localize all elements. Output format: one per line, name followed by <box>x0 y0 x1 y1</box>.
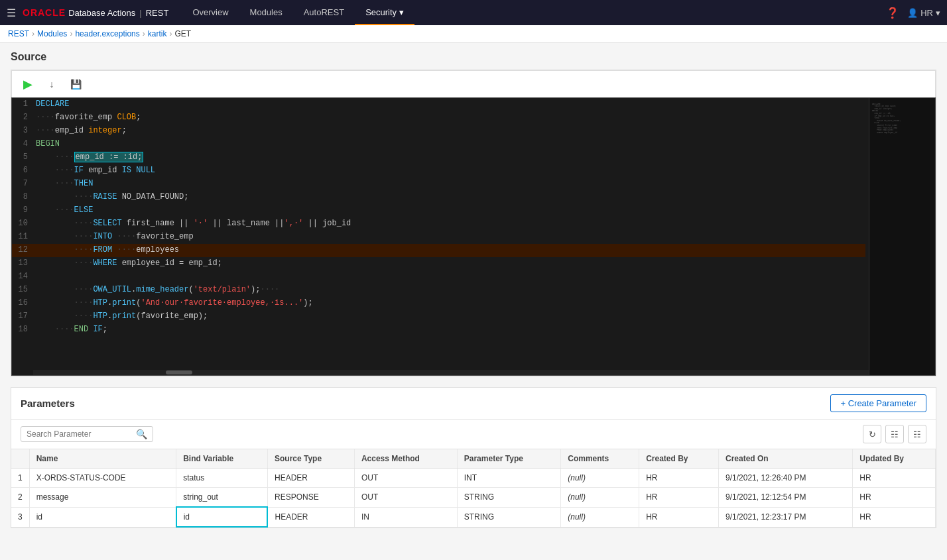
download-icon: ↓ <box>50 79 54 89</box>
table-cell: (null) <box>561 507 639 527</box>
download-button[interactable]: ↓ <box>42 75 61 93</box>
table-cell: HR <box>639 469 719 488</box>
refresh-button[interactable]: ↻ <box>863 425 881 443</box>
create-parameter-button[interactable]: + Create Parameter <box>830 394 926 412</box>
code-line-17: 17 ····HTP.print(favorite_emp); <box>12 310 865 323</box>
col-name[interactable]: Name <box>29 449 176 469</box>
parameters-header: Parameters + Create Parameter <box>11 388 936 420</box>
table-cell: string_out <box>176 488 268 508</box>
code-line-11: 11 ····INTO ····favorite_emp <box>12 231 865 244</box>
breadcrumb-rest[interactable]: REST <box>8 29 29 38</box>
table-cell: id <box>29 507 176 527</box>
code-line-5: 5 ····emp_id := :id; <box>12 151 865 164</box>
code-line-13: 13 ····WHERE employee_id = emp_id; <box>12 257 865 270</box>
nav-item-autorest[interactable]: AutoREST <box>293 0 355 25</box>
code-line-10: 10 ····SELECT first_name || '·' || last_… <box>12 217 865 231</box>
logo-rest: REST <box>146 8 169 18</box>
code-editor[interactable]: 1 DECLARE 2 ····favorite_emp CLOB; 3 ···… <box>11 97 936 376</box>
table-row: 2messagestring_outRESPONSEOUTSTRING(null… <box>11 488 936 508</box>
code-line-15: 15 ····OWA_UTIL.mime_header('text/plain'… <box>12 284 865 297</box>
col-bind-variable[interactable]: Bind Variable <box>176 449 268 469</box>
source-section: Source ▶ ↓ 💾 <box>11 51 936 376</box>
table-cell: HR <box>639 488 719 508</box>
table-cell: INT <box>457 469 560 488</box>
nav-menu: Overview Modules AutoREST Security ▾ <box>182 0 886 25</box>
nav-item-overview[interactable]: Overview <box>182 0 239 25</box>
breadcrumb-header-exceptions[interactable]: header.exceptions <box>75 29 139 38</box>
table-cell: IN <box>354 507 457 527</box>
table-cell: 1 <box>11 469 29 488</box>
nav-item-security[interactable]: Security ▾ <box>355 0 414 25</box>
table-cell: HR <box>853 469 936 488</box>
search-icon: 🔍 <box>136 429 147 439</box>
code-line-9: 9 ····ELSE <box>12 204 865 217</box>
table-cell: HEADER <box>267 469 354 488</box>
table-cell: X-ORDS-STATUS-CODE <box>29 469 176 488</box>
grid-view-button[interactable]: ☷ <box>908 425 926 443</box>
code-line-12: 12 ····FROM ····employees <box>12 244 865 257</box>
code-line-3: 3 ····emp_id integer; <box>12 125 865 138</box>
code-line-14: 14 <box>12 270 865 284</box>
parameters-section: Parameters + Create Parameter 🔍 ↻ ☷ ☷ Na… <box>11 387 936 528</box>
table-cell: STRING <box>457 488 560 508</box>
save-icon: 💾 <box>70 79 82 89</box>
table-cell: 9/1/2021, 12:12:54 PM <box>719 488 853 508</box>
col-parameter-type[interactable]: Parameter Type <box>457 449 560 469</box>
run-icon: ▶ <box>23 77 32 91</box>
code-line-18: 18 ····END IF; <box>12 323 865 337</box>
table-row: 1X-ORDS-STATUS-CODEstatusHEADEROUTINT(nu… <box>11 469 936 488</box>
table-cell: (null) <box>561 469 639 488</box>
source-toolbar: ▶ ↓ 💾 <box>11 70 936 97</box>
top-navigation: ☰ ORACLE Database Actions | REST Overvie… <box>0 0 947 25</box>
user-chevron-icon: ▾ <box>936 8 940 18</box>
hamburger-menu[interactable]: ☰ <box>7 7 16 19</box>
breadcrumb-kartik[interactable]: kartik <box>148 29 167 38</box>
save-button[interactable]: 💾 <box>66 75 85 93</box>
edit-columns-button[interactable]: ☷ <box>885 425 904 443</box>
table-header-row: Name Bind Variable Source Type Access Me… <box>11 449 936 469</box>
col-source-type[interactable]: Source Type <box>267 449 354 469</box>
breadcrumb: REST › Modules › header.exceptions › kar… <box>0 25 947 43</box>
table-cell: OUT <box>354 488 457 508</box>
table-cell: RESPONSE <box>267 488 354 508</box>
parameters-title: Parameters <box>21 398 75 409</box>
col-row-num <box>11 449 29 469</box>
table-cell: HR <box>853 488 936 508</box>
logo-db-actions: Database Actions <box>68 8 135 18</box>
horizontal-scrollbar[interactable] <box>33 370 869 375</box>
code-line-6: 6 ····IF emp_id IS NULL <box>12 164 865 178</box>
table-cell: id <box>176 507 268 527</box>
table-cell: 3 <box>11 507 29 527</box>
run-button[interactable]: ▶ <box>19 75 37 93</box>
table-cell: 9/1/2021, 12:23:17 PM <box>719 507 853 527</box>
col-comments[interactable]: Comments <box>561 449 639 469</box>
table-cell: STRING <box>457 507 560 527</box>
breadcrumb-modules[interactable]: Modules <box>37 29 67 38</box>
logo-separator: | <box>139 8 141 18</box>
user-menu[interactable]: 👤 HR ▾ <box>907 8 940 18</box>
search-parameter-input[interactable] <box>27 429 136 439</box>
code-lines: 1 DECLARE 2 ····favorite_emp CLOB; 3 ···… <box>12 98 865 342</box>
table-cell: HEADER <box>267 507 354 527</box>
table-cell: OUT <box>354 469 457 488</box>
table-cell: status <box>176 469 268 488</box>
code-line-8: 8 ····RAISE NO_DATA_FOUND; <box>12 191 865 204</box>
logo-oracle: ORACLE <box>23 7 66 18</box>
help-icon[interactable]: ❓ <box>886 7 899 19</box>
col-created-by[interactable]: Created By <box>639 449 719 469</box>
nav-item-modules[interactable]: Modules <box>239 0 293 25</box>
breadcrumb-sep-1: › <box>32 29 34 38</box>
breadcrumb-current: GET <box>174 29 191 38</box>
code-minimap: DECLARE favorite_emp CLOB; emp_id intege… <box>869 98 935 375</box>
col-created-on[interactable]: Created On <box>719 449 853 469</box>
table-cell: 9/1/2021, 12:26:40 PM <box>719 469 853 488</box>
table-row: 3ididHEADERINSTRING(null)HR9/1/2021, 12:… <box>11 507 936 527</box>
parameters-table: Name Bind Variable Source Type Access Me… <box>11 449 936 528</box>
search-box: 🔍 <box>21 426 153 442</box>
code-line-1: 1 DECLARE <box>12 98 865 111</box>
chevron-down-icon: ▾ <box>399 7 404 17</box>
col-access-method[interactable]: Access Method <box>354 449 457 469</box>
breadcrumb-sep-4: › <box>169 29 172 38</box>
col-updated-by[interactable]: Updated By <box>853 449 936 469</box>
user-icon: 👤 <box>907 8 918 18</box>
